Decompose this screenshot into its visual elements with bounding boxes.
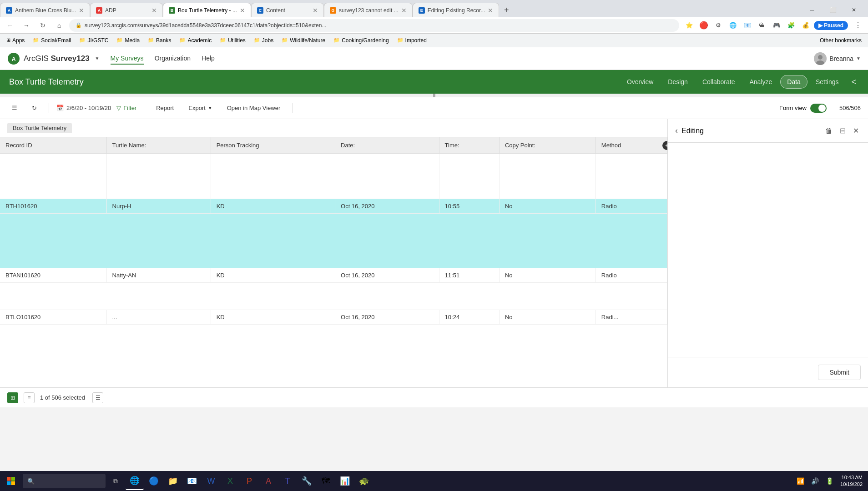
minimize-button[interactable]: ─: [802, 3, 823, 17]
export-button[interactable]: Export ▼: [184, 103, 217, 113]
url-bar[interactable]: 🔒: [69, 19, 679, 32]
ext6-button[interactable]: 🎮: [770, 19, 783, 32]
bookmark-apps[interactable]: ⊞ Apps: [4, 36, 27, 45]
open-map-button[interactable]: Open in Map Viewer: [222, 103, 285, 113]
forward-button[interactable]: →: [20, 19, 33, 32]
refresh-data-button[interactable]: ↻: [27, 103, 41, 113]
puzzle-button[interactable]: 🧩: [785, 19, 797, 32]
bookmark-wildlife[interactable]: 📁 Wildlife/Nature: [279, 36, 328, 45]
taskbar-word[interactable]: W: [202, 472, 220, 490]
user-profile[interactable]: Breanna ▼: [814, 52, 861, 65]
tab-close-adp[interactable]: ✕: [151, 7, 157, 14]
tab-box-turtle[interactable]: B Box Turtle Telemetry - ... ✕: [163, 3, 251, 17]
table-row-empty[interactable]: [0, 154, 667, 199]
nav-settings[interactable]: Settings: [809, 75, 845, 88]
task-view-button[interactable]: ⧉: [106, 472, 125, 490]
taskbar-access[interactable]: A: [259, 472, 278, 490]
tab-close-survey123[interactable]: ✕: [401, 7, 407, 14]
bookmark-utilities[interactable]: 📁 Utilities: [217, 36, 248, 45]
nav-design[interactable]: Design: [661, 75, 694, 88]
tab-editing[interactable]: E Editing Existing Recor... ✕: [413, 3, 500, 17]
table-row-3[interactable]: BTLO101620 ... KD Oct 16, 2020 10:24 No …: [0, 310, 667, 325]
form-view-switch[interactable]: [810, 104, 827, 113]
bookmark-social[interactable]: 📁 Social/Email: [30, 36, 74, 45]
taskbar-teams[interactable]: T: [278, 472, 297, 490]
taskbar-powerpoint[interactable]: P: [240, 472, 258, 490]
taskbar-search-input[interactable]: [37, 478, 101, 484]
paused-badge[interactable]: ▶ Paused: [814, 21, 848, 30]
grid-view-button[interactable]: ⊞: [7, 392, 18, 403]
tab-close-editing[interactable]: ✕: [488, 7, 493, 14]
bookmark-academic[interactable]: 📁 Academic: [177, 36, 214, 45]
delete-record-button[interactable]: 🗑: [823, 125, 834, 137]
table-tab-box-turtle[interactable]: Box Turtle Telemetry: [7, 123, 72, 133]
bookmark-banks[interactable]: 📁 Banks: [145, 36, 174, 45]
taskbar-app2[interactable]: 🗺: [317, 472, 335, 490]
expand-button[interactable]: ⊟: [838, 125, 848, 137]
user-dropdown-arrow[interactable]: ▼: [856, 56, 861, 61]
nav-analyze[interactable]: Analyze: [743, 75, 779, 88]
tray-battery-icon[interactable]: 🔋: [823, 475, 836, 487]
taskbar-outlook[interactable]: 📧: [183, 472, 201, 490]
nav-data[interactable]: Data: [780, 75, 807, 89]
taskbar-app3[interactable]: 📊: [336, 472, 354, 490]
ext5-button[interactable]: 🌥: [756, 19, 768, 32]
nav-overview[interactable]: Overview: [621, 75, 660, 88]
nav-collaborate[interactable]: Collaborate: [696, 75, 742, 88]
ext1-button[interactable]: 🔴: [697, 19, 710, 32]
tab-close-content[interactable]: ✕: [313, 7, 318, 14]
taskbar-chrome[interactable]: 🌐: [126, 472, 144, 490]
taskbar-search[interactable]: 🔍: [23, 474, 106, 488]
share-button[interactable]: <: [848, 75, 859, 90]
submit-button[interactable]: Submit: [818, 365, 861, 380]
ext2-button[interactable]: ⚙: [712, 19, 725, 32]
extensions-button[interactable]: ⭐: [683, 19, 696, 32]
nav-help[interactable]: Help: [202, 53, 215, 65]
ext7-button[interactable]: 💰: [799, 19, 812, 32]
table-wrapper[interactable]: Record ID Turtle Name: Person Tracking D…: [0, 137, 667, 325]
tray-network-icon[interactable]: 📶: [794, 475, 807, 487]
back-button[interactable]: ←: [4, 19, 16, 32]
ext3-button[interactable]: 🌐: [727, 19, 739, 32]
taskbar-edge[interactable]: 🔵: [145, 472, 163, 490]
url-input[interactable]: [85, 22, 673, 29]
bookmark-cooking[interactable]: 📁 Cooking/Gardening: [331, 36, 391, 45]
nav-organization[interactable]: Organization: [155, 53, 191, 65]
tab-close-anthem[interactable]: ✕: [79, 7, 84, 14]
table-row-2[interactable]: BTAN101620 Natty-AN KD Oct 16, 2020 11:5…: [0, 268, 667, 283]
table-row-selected[interactable]: BTH101620 Nurp-H KD Oct 16, 2020 10:55 N…: [0, 199, 667, 214]
taskbar-clock[interactable]: 10:43 AM 10/19/202: [837, 474, 866, 488]
report-button[interactable]: Report: [151, 103, 178, 113]
bookmark-ji[interactable]: 📁 JI/GSTC: [76, 36, 111, 45]
editing-back-button[interactable]: ‹: [675, 126, 678, 135]
settings-button[interactable]: ⋮: [852, 19, 864, 32]
bookmark-jobs[interactable]: 📁 Jobs: [251, 36, 276, 45]
detail-view-button[interactable]: ☰: [92, 392, 103, 403]
taskbar-app1[interactable]: 🔧: [298, 472, 316, 490]
tray-volume-icon[interactable]: 🔊: [808, 475, 821, 487]
tab-close-box-turtle[interactable]: ✕: [240, 7, 245, 14]
taskbar-files[interactable]: 📁: [164, 472, 182, 490]
nav-my-surveys[interactable]: My Surveys: [111, 53, 144, 65]
add-column-button[interactable]: +: [662, 141, 667, 150]
tab-adp[interactable]: A ADP ✕: [90, 3, 163, 17]
other-bookmarks[interactable]: Other bookmarks: [817, 36, 864, 45]
filter-button[interactable]: ▽ Filter: [116, 105, 136, 111]
tab-anthem[interactable]: A Anthem Blue Cross Blu... ✕: [0, 3, 90, 17]
taskbar-app4[interactable]: 🐢: [355, 472, 373, 490]
start-button[interactable]: [2, 472, 20, 490]
bookmark-imported[interactable]: 📁 Imported: [394, 36, 429, 45]
ext4-button[interactable]: 📧: [741, 19, 754, 32]
close-editing-button[interactable]: ✕: [851, 125, 861, 137]
hamburger-button[interactable]: ☰: [7, 103, 22, 113]
home-button[interactable]: ⌂: [53, 19, 66, 32]
new-tab-button[interactable]: +: [499, 3, 514, 17]
close-button[interactable]: ✕: [843, 3, 864, 17]
list-view-button[interactable]: ≡: [24, 392, 35, 403]
refresh-button[interactable]: ↻: [36, 19, 49, 32]
taskbar-excel[interactable]: X: [221, 472, 239, 490]
maximize-button[interactable]: ⬜: [823, 3, 843, 17]
tab-survey123[interactable]: G survey123 cannot edit ... ✕: [324, 3, 413, 17]
bookmark-media[interactable]: 📁 Media: [114, 36, 142, 45]
tab-content[interactable]: C Content ✕: [251, 3, 324, 17]
